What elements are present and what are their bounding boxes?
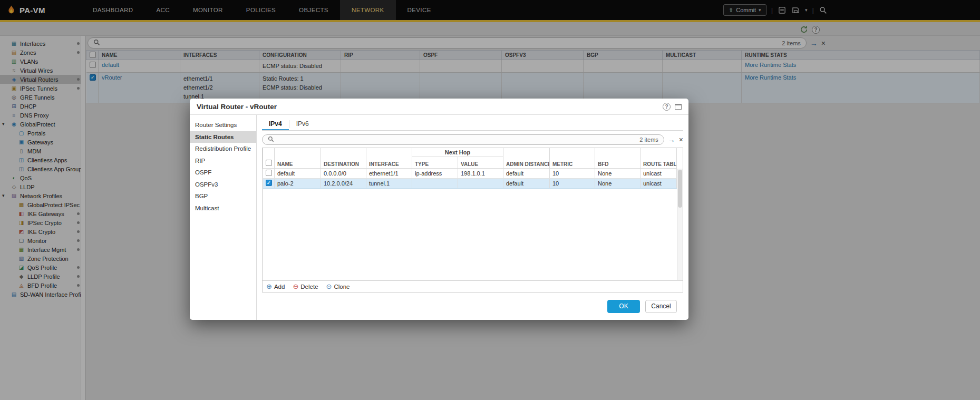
items-count: 2 items	[639, 136, 658, 143]
dialog-tabs: IPv4IPv6	[262, 118, 683, 131]
admin-distance-cell: default	[503, 179, 550, 189]
dialog-title-bar[interactable]: Virtual Router - vRouter ?	[190, 99, 688, 115]
clear-filter-icon[interactable]: ×	[679, 136, 683, 143]
static-routes-tablebox: NAME DESTINATION INTERFACE Next Hop ADMI…	[262, 148, 683, 292]
col-group-next-hop: Next Hop	[412, 148, 503, 157]
add-button[interactable]: ⊕Add	[266, 283, 285, 290]
dialog-help-icon[interactable]: ?	[663, 103, 671, 111]
action-label: Add	[274, 284, 285, 290]
static-routes-body: default0.0.0.0/0ethernet1/1ip-address198…	[263, 169, 677, 189]
bfd-cell: None	[595, 169, 641, 179]
admin-distance-cell: default	[503, 169, 550, 179]
checkbox-cell	[263, 179, 275, 189]
panos-app: PA-VM DASHBOARDACCMONITORPOLICIESOBJECTS…	[0, 0, 980, 400]
dialog-main: IPv4IPv6 2 items → ×	[257, 115, 688, 320]
dialog-nav-multicast[interactable]: Multicast	[190, 202, 256, 214]
col-bfd[interactable]: BFD	[595, 148, 641, 169]
search-icon	[268, 135, 274, 144]
dialog-search-input[interactable]: 2 items	[262, 134, 664, 145]
delete-icon: ⊖	[293, 283, 298, 290]
col-admin-distance[interactable]: ADMIN DISTANCE	[503, 148, 550, 169]
dialog-nav-ospfv3[interactable]: OSPFv3	[190, 179, 256, 191]
col-metric[interactable]: METRIC	[550, 148, 595, 169]
dialog-nav-bgp[interactable]: BGP	[190, 190, 256, 202]
col-interface[interactable]: INTERFACE	[366, 148, 412, 169]
dialog-title: Virtual Router - vRouter	[197, 103, 277, 111]
virtual-router-dialog: Virtual Router - vRouter ? Router Settin…	[190, 99, 688, 320]
name-cell: palo-2	[275, 179, 321, 189]
clone-icon: ⊙	[326, 283, 332, 290]
dialog-tab-ipv6[interactable]: IPv6	[289, 118, 316, 130]
route-table-cell: unicast	[641, 169, 677, 179]
delete-button[interactable]: ⊖Delete	[293, 283, 318, 290]
dialog-filter-row: 2 items → ×	[262, 134, 683, 145]
col-name[interactable]: NAME	[275, 148, 321, 169]
col-destination[interactable]: DESTINATION	[321, 148, 366, 169]
dialog-nav-redistribution-profile[interactable]: Redistribution Profile	[190, 143, 256, 155]
dialog-tab-ipv4[interactable]: IPv4	[262, 118, 289, 130]
action-label: Clone	[334, 284, 350, 290]
dialog-nav-rip[interactable]: RIP	[190, 155, 256, 167]
dialog-nav: Router SettingsStatic RoutesRedistributi…	[190, 115, 257, 320]
type-cell: ip-address	[412, 169, 458, 179]
select-all-checkbox[interactable]	[266, 160, 272, 166]
ok-button[interactable]: OK	[607, 300, 640, 313]
destination-cell: 10.2.0.0/24	[321, 179, 366, 189]
apply-filter-icon[interactable]: →	[668, 136, 675, 143]
row-checkbox[interactable]	[266, 170, 272, 176]
dialog-maximize-icon[interactable]	[675, 104, 682, 110]
checkbox-cell	[263, 169, 275, 179]
action-label: Delete	[300, 284, 318, 290]
dialog-nav-ospf[interactable]: OSPF	[190, 167, 256, 179]
dialog-nav-router-settings[interactable]: Router Settings	[190, 119, 256, 131]
cancel-button[interactable]: Cancel	[645, 300, 677, 313]
name-cell: default	[275, 169, 321, 179]
table-scrollbar[interactable]	[677, 169, 683, 280]
bfd-cell: None	[595, 179, 641, 189]
route-table-cell: unicast	[641, 179, 677, 189]
dialog-footer: OK Cancel	[262, 292, 683, 320]
row-checkbox[interactable]	[266, 180, 272, 186]
interface-cell: tunnel.1	[366, 179, 412, 189]
col-type[interactable]: TYPE	[412, 157, 458, 169]
destination-cell: 0.0.0.0/0	[321, 169, 366, 179]
col-value[interactable]: VALUE	[458, 157, 503, 169]
value-cell	[458, 179, 503, 189]
dialog-nav-static-routes[interactable]: Static Routes	[190, 131, 256, 143]
interface-cell: ethernet1/1	[366, 169, 412, 179]
static-route-row-palo-2[interactable]: palo-210.2.0.0/24tunnel.1default10Noneun…	[263, 179, 677, 189]
col-route-table[interactable]: ROUTE TABLE	[641, 148, 677, 169]
dialog-actions: ⊕Add⊖Delete⊙Clone	[263, 280, 683, 292]
add-icon: ⊕	[266, 283, 272, 290]
static-route-row-default[interactable]: default0.0.0.0/0ethernet1/1ip-address198…	[263, 169, 677, 179]
metric-cell: 10	[550, 169, 595, 179]
static-routes-table: NAME DESTINATION INTERFACE Next Hop ADMI…	[263, 148, 677, 189]
value-cell: 198.1.0.1	[458, 169, 503, 179]
clone-button[interactable]: ⊙Clone	[326, 283, 350, 290]
dialog-body: Router SettingsStatic RoutesRedistributi…	[190, 115, 688, 320]
metric-cell: 10	[550, 179, 595, 189]
type-cell	[412, 179, 458, 189]
